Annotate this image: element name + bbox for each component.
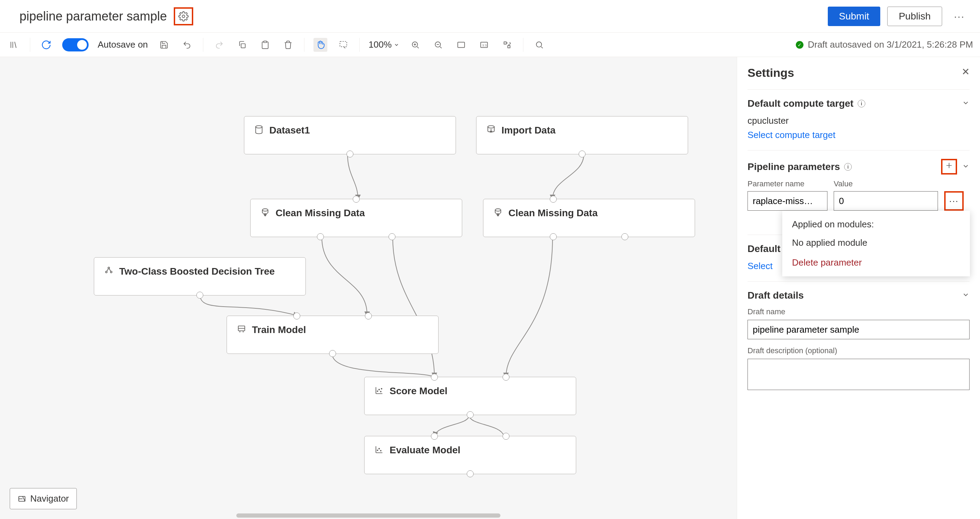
- node-dataset1[interactable]: Dataset1: [244, 116, 456, 154]
- header-actions: Submit Publish ···: [828, 6, 970, 26]
- navigator-button[interactable]: Navigator: [10, 488, 77, 509]
- zoom-level[interactable]: 100%: [369, 39, 399, 50]
- draft-desc-input[interactable]: [748, 359, 970, 390]
- port-in[interactable]: [503, 433, 509, 440]
- port-out[interactable]: [579, 151, 585, 158]
- refresh-icon[interactable]: [39, 38, 53, 52]
- svg-point-20: [380, 391, 381, 392]
- draft-name-input[interactable]: [748, 320, 970, 339]
- ellipsis-icon[interactable]: ···: [949, 196, 959, 207]
- library-icon[interactable]: [7, 38, 21, 52]
- plus-icon[interactable]: [945, 161, 954, 172]
- port-in[interactable]: [431, 433, 438, 440]
- svg-rect-2: [263, 41, 267, 42]
- node-label: Import Data: [501, 125, 556, 136]
- svg-text:1:1: 1:1: [482, 43, 487, 47]
- import-icon: [486, 125, 496, 135]
- port-out[interactable]: [550, 233, 557, 240]
- port-in[interactable]: [550, 196, 557, 203]
- section-head-params[interactable]: Pipeline parameters i: [748, 159, 970, 175]
- svg-point-11: [488, 126, 495, 128]
- section-head-draft[interactable]: Draft details: [748, 290, 970, 301]
- chevron-down-icon[interactable]: [962, 161, 970, 172]
- undo-icon[interactable]: [180, 38, 194, 52]
- port-in[interactable]: [365, 312, 372, 320]
- chevron-down-icon[interactable]: [962, 98, 970, 109]
- close-icon[interactable]: ✕: [962, 66, 970, 78]
- navigator-label: Navigator: [30, 493, 69, 504]
- check-icon: ✓: [796, 41, 803, 49]
- section-title: Draft details: [748, 290, 804, 301]
- add-param-highlight: [941, 159, 957, 175]
- evaluate-icon: [374, 444, 384, 455]
- delete-icon[interactable]: [281, 38, 295, 52]
- pan-icon[interactable]: [313, 38, 327, 52]
- submit-button[interactable]: Submit: [828, 6, 880, 26]
- zoom-out-icon[interactable]: [431, 38, 445, 52]
- port-out[interactable]: [317, 233, 324, 240]
- settings-panel: Settings ✕ Default compute target i cpuc…: [737, 57, 980, 519]
- port-in[interactable]: [503, 374, 509, 380]
- port-out[interactable]: [196, 292, 203, 299]
- autosave-toggle[interactable]: [62, 38, 89, 51]
- node-clean2[interactable]: Clean Missing Data: [483, 199, 695, 237]
- svg-point-22: [377, 450, 378, 451]
- redo-icon[interactable]: [212, 38, 226, 52]
- select-compute-link[interactable]: Select compute target: [748, 130, 835, 140]
- node-evaluate[interactable]: Evaluate Model: [364, 436, 576, 474]
- more-icon[interactable]: ···: [949, 10, 970, 22]
- publish-button[interactable]: Publish: [887, 6, 942, 26]
- info-icon[interactable]: i: [858, 100, 865, 107]
- svg-point-21: [381, 388, 382, 389]
- port-out[interactable]: [467, 411, 474, 418]
- chevron-down-icon[interactable]: [962, 290, 970, 301]
- pipeline-canvas[interactable]: Dataset1 Import Data Clean Missing Data …: [0, 57, 737, 519]
- select-link-2[interactable]: Select: [748, 261, 773, 271]
- port-out[interactable]: [347, 151, 353, 158]
- port-in[interactable]: [431, 374, 438, 380]
- delete-parameter[interactable]: Delete parameter: [792, 257, 960, 268]
- settings-gear-highlight: [174, 7, 193, 25]
- param-name-label: Parameter name: [748, 179, 827, 188]
- node-bdt[interactable]: Two-Class Boosted Decision Tree: [94, 257, 306, 296]
- port-out[interactable]: [388, 233, 396, 240]
- fit-icon[interactable]: [454, 38, 468, 52]
- database-icon: [254, 125, 264, 135]
- param-value-label: Value: [834, 179, 938, 188]
- port-in[interactable]: [293, 312, 300, 320]
- node-label: Clean Missing Data: [275, 207, 365, 219]
- port-out[interactable]: [329, 350, 336, 357]
- paste-icon[interactable]: [258, 38, 272, 52]
- node-import-data[interactable]: Import Data: [476, 116, 688, 154]
- svg-rect-6: [458, 42, 465, 47]
- header: pipeline parameter sample Submit Publish…: [0, 0, 980, 33]
- svg-point-14: [108, 267, 110, 269]
- node-train[interactable]: Train Model: [227, 316, 439, 354]
- port-out[interactable]: [621, 233, 628, 240]
- node-clean1[interactable]: Clean Missing Data: [250, 199, 462, 237]
- section-head-compute[interactable]: Default compute target i: [748, 98, 970, 109]
- auto-layout-icon[interactable]: [500, 38, 514, 52]
- info-icon[interactable]: i: [844, 163, 852, 171]
- actual-size-icon[interactable]: 1:1: [477, 38, 491, 52]
- copy-icon[interactable]: [235, 38, 249, 52]
- port-out[interactable]: [467, 470, 474, 477]
- zoom-in-icon[interactable]: [408, 38, 422, 52]
- node-label: Two-Class Boosted Decision Tree: [119, 266, 275, 277]
- save-icon[interactable]: [157, 38, 171, 52]
- search-icon[interactable]: [532, 38, 546, 52]
- pipeline-title: pipeline parameter sample: [19, 9, 167, 24]
- canvas-scrollbar[interactable]: [236, 513, 500, 517]
- node-score[interactable]: Score Model: [364, 377, 576, 415]
- svg-point-10: [256, 126, 262, 128]
- toolbar: Autosave on 100% 1:1: [0, 33, 980, 57]
- param-name-input[interactable]: [748, 191, 827, 211]
- param-value-input[interactable]: [834, 191, 938, 211]
- separator: [203, 38, 203, 52]
- section-draft: Draft details Draft name Draft descripti…: [748, 281, 970, 392]
- gear-icon[interactable]: [177, 10, 190, 22]
- svg-point-24: [380, 450, 381, 451]
- select-icon[interactable]: [336, 38, 350, 52]
- port-in[interactable]: [353, 196, 360, 203]
- section-compute: Default compute target i cpucluster Sele…: [748, 89, 970, 140]
